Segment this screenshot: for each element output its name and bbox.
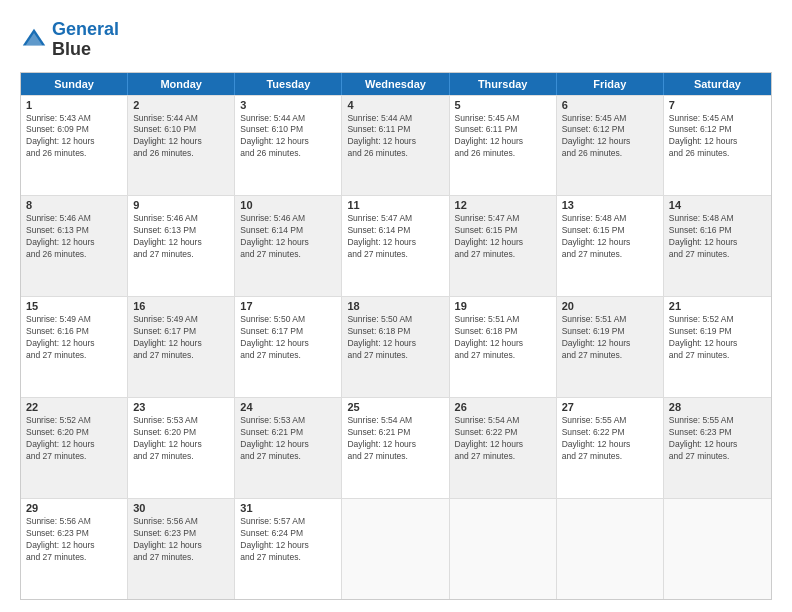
header-day-tuesday: Tuesday bbox=[235, 73, 342, 95]
day-info: Sunrise: 5:55 AM Sunset: 6:23 PM Dayligh… bbox=[669, 415, 766, 463]
page: General Blue SundayMondayTuesdayWednesda… bbox=[0, 0, 792, 612]
day-number: 11 bbox=[347, 199, 443, 211]
day-info: Sunrise: 5:47 AM Sunset: 6:14 PM Dayligh… bbox=[347, 213, 443, 261]
day-info: Sunrise: 5:49 AM Sunset: 6:16 PM Dayligh… bbox=[26, 314, 122, 362]
day-number: 22 bbox=[26, 401, 122, 413]
day-info: Sunrise: 5:53 AM Sunset: 6:21 PM Dayligh… bbox=[240, 415, 336, 463]
day-number: 1 bbox=[26, 99, 122, 111]
day-info: Sunrise: 5:50 AM Sunset: 6:17 PM Dayligh… bbox=[240, 314, 336, 362]
day-number: 21 bbox=[669, 300, 766, 312]
header-day-sunday: Sunday bbox=[21, 73, 128, 95]
calendar-cell bbox=[450, 499, 557, 599]
day-number: 27 bbox=[562, 401, 658, 413]
day-number: 24 bbox=[240, 401, 336, 413]
header-day-saturday: Saturday bbox=[664, 73, 771, 95]
day-number: 8 bbox=[26, 199, 122, 211]
day-info: Sunrise: 5:48 AM Sunset: 6:15 PM Dayligh… bbox=[562, 213, 658, 261]
day-info: Sunrise: 5:48 AM Sunset: 6:16 PM Dayligh… bbox=[669, 213, 766, 261]
calendar-cell: 4Sunrise: 5:44 AM Sunset: 6:11 PM Daylig… bbox=[342, 96, 449, 196]
day-number: 17 bbox=[240, 300, 336, 312]
calendar-week-4: 29Sunrise: 5:56 AM Sunset: 6:23 PM Dayli… bbox=[21, 498, 771, 599]
calendar-cell: 10Sunrise: 5:46 AM Sunset: 6:14 PM Dayli… bbox=[235, 196, 342, 296]
day-info: Sunrise: 5:51 AM Sunset: 6:19 PM Dayligh… bbox=[562, 314, 658, 362]
day-info: Sunrise: 5:45 AM Sunset: 6:11 PM Dayligh… bbox=[455, 113, 551, 161]
calendar-cell: 28Sunrise: 5:55 AM Sunset: 6:23 PM Dayli… bbox=[664, 398, 771, 498]
calendar-cell: 25Sunrise: 5:54 AM Sunset: 6:21 PM Dayli… bbox=[342, 398, 449, 498]
calendar-cell: 6Sunrise: 5:45 AM Sunset: 6:12 PM Daylig… bbox=[557, 96, 664, 196]
header-day-thursday: Thursday bbox=[450, 73, 557, 95]
calendar-cell: 12Sunrise: 5:47 AM Sunset: 6:15 PM Dayli… bbox=[450, 196, 557, 296]
day-info: Sunrise: 5:56 AM Sunset: 6:23 PM Dayligh… bbox=[26, 516, 122, 564]
calendar-week-0: 1Sunrise: 5:43 AM Sunset: 6:09 PM Daylig… bbox=[21, 95, 771, 196]
day-number: 15 bbox=[26, 300, 122, 312]
calendar-cell: 7Sunrise: 5:45 AM Sunset: 6:12 PM Daylig… bbox=[664, 96, 771, 196]
calendar-cell bbox=[664, 499, 771, 599]
day-number: 13 bbox=[562, 199, 658, 211]
day-number: 9 bbox=[133, 199, 229, 211]
day-number: 30 bbox=[133, 502, 229, 514]
header-day-monday: Monday bbox=[128, 73, 235, 95]
calendar-cell: 18Sunrise: 5:50 AM Sunset: 6:18 PM Dayli… bbox=[342, 297, 449, 397]
calendar-cell: 19Sunrise: 5:51 AM Sunset: 6:18 PM Dayli… bbox=[450, 297, 557, 397]
calendar-cell bbox=[557, 499, 664, 599]
calendar-cell: 5Sunrise: 5:45 AM Sunset: 6:11 PM Daylig… bbox=[450, 96, 557, 196]
day-number: 29 bbox=[26, 502, 122, 514]
day-number: 18 bbox=[347, 300, 443, 312]
header: General Blue bbox=[20, 16, 772, 60]
day-info: Sunrise: 5:46 AM Sunset: 6:14 PM Dayligh… bbox=[240, 213, 336, 261]
day-info: Sunrise: 5:56 AM Sunset: 6:23 PM Dayligh… bbox=[133, 516, 229, 564]
day-number: 31 bbox=[240, 502, 336, 514]
calendar-cell: 22Sunrise: 5:52 AM Sunset: 6:20 PM Dayli… bbox=[21, 398, 128, 498]
day-number: 26 bbox=[455, 401, 551, 413]
calendar-cell: 26Sunrise: 5:54 AM Sunset: 6:22 PM Dayli… bbox=[450, 398, 557, 498]
day-info: Sunrise: 5:47 AM Sunset: 6:15 PM Dayligh… bbox=[455, 213, 551, 261]
day-number: 16 bbox=[133, 300, 229, 312]
day-info: Sunrise: 5:53 AM Sunset: 6:20 PM Dayligh… bbox=[133, 415, 229, 463]
day-info: Sunrise: 5:45 AM Sunset: 6:12 PM Dayligh… bbox=[562, 113, 658, 161]
day-number: 23 bbox=[133, 401, 229, 413]
day-number: 7 bbox=[669, 99, 766, 111]
day-info: Sunrise: 5:46 AM Sunset: 6:13 PM Dayligh… bbox=[26, 213, 122, 261]
day-number: 4 bbox=[347, 99, 443, 111]
day-info: Sunrise: 5:44 AM Sunset: 6:10 PM Dayligh… bbox=[133, 113, 229, 161]
day-number: 20 bbox=[562, 300, 658, 312]
day-number: 12 bbox=[455, 199, 551, 211]
day-info: Sunrise: 5:49 AM Sunset: 6:17 PM Dayligh… bbox=[133, 314, 229, 362]
calendar-week-1: 8Sunrise: 5:46 AM Sunset: 6:13 PM Daylig… bbox=[21, 195, 771, 296]
day-info: Sunrise: 5:52 AM Sunset: 6:19 PM Dayligh… bbox=[669, 314, 766, 362]
calendar-body: 1Sunrise: 5:43 AM Sunset: 6:09 PM Daylig… bbox=[21, 95, 771, 599]
calendar-cell: 1Sunrise: 5:43 AM Sunset: 6:09 PM Daylig… bbox=[21, 96, 128, 196]
day-info: Sunrise: 5:44 AM Sunset: 6:11 PM Dayligh… bbox=[347, 113, 443, 161]
calendar-cell: 20Sunrise: 5:51 AM Sunset: 6:19 PM Dayli… bbox=[557, 297, 664, 397]
day-info: Sunrise: 5:43 AM Sunset: 6:09 PM Dayligh… bbox=[26, 113, 122, 161]
day-info: Sunrise: 5:57 AM Sunset: 6:24 PM Dayligh… bbox=[240, 516, 336, 564]
calendar-cell: 29Sunrise: 5:56 AM Sunset: 6:23 PM Dayli… bbox=[21, 499, 128, 599]
calendar-cell: 2Sunrise: 5:44 AM Sunset: 6:10 PM Daylig… bbox=[128, 96, 235, 196]
day-info: Sunrise: 5:51 AM Sunset: 6:18 PM Dayligh… bbox=[455, 314, 551, 362]
logo-text: General Blue bbox=[52, 20, 119, 60]
calendar-cell: 16Sunrise: 5:49 AM Sunset: 6:17 PM Dayli… bbox=[128, 297, 235, 397]
logo: General Blue bbox=[20, 20, 119, 60]
calendar: SundayMondayTuesdayWednesdayThursdayFrid… bbox=[20, 72, 772, 600]
calendar-cell: 30Sunrise: 5:56 AM Sunset: 6:23 PM Dayli… bbox=[128, 499, 235, 599]
header-day-friday: Friday bbox=[557, 73, 664, 95]
day-number: 2 bbox=[133, 99, 229, 111]
logo-icon bbox=[20, 26, 48, 54]
day-info: Sunrise: 5:50 AM Sunset: 6:18 PM Dayligh… bbox=[347, 314, 443, 362]
day-number: 14 bbox=[669, 199, 766, 211]
calendar-week-2: 15Sunrise: 5:49 AM Sunset: 6:16 PM Dayli… bbox=[21, 296, 771, 397]
day-number: 25 bbox=[347, 401, 443, 413]
day-number: 19 bbox=[455, 300, 551, 312]
day-number: 10 bbox=[240, 199, 336, 211]
day-number: 5 bbox=[455, 99, 551, 111]
calendar-cell: 13Sunrise: 5:48 AM Sunset: 6:15 PM Dayli… bbox=[557, 196, 664, 296]
calendar-week-3: 22Sunrise: 5:52 AM Sunset: 6:20 PM Dayli… bbox=[21, 397, 771, 498]
day-number: 28 bbox=[669, 401, 766, 413]
calendar-cell: 3Sunrise: 5:44 AM Sunset: 6:10 PM Daylig… bbox=[235, 96, 342, 196]
calendar-header: SundayMondayTuesdayWednesdayThursdayFrid… bbox=[21, 73, 771, 95]
calendar-cell: 21Sunrise: 5:52 AM Sunset: 6:19 PM Dayli… bbox=[664, 297, 771, 397]
calendar-cell: 17Sunrise: 5:50 AM Sunset: 6:17 PM Dayli… bbox=[235, 297, 342, 397]
day-info: Sunrise: 5:46 AM Sunset: 6:13 PM Dayligh… bbox=[133, 213, 229, 261]
calendar-cell: 9Sunrise: 5:46 AM Sunset: 6:13 PM Daylig… bbox=[128, 196, 235, 296]
header-day-wednesday: Wednesday bbox=[342, 73, 449, 95]
